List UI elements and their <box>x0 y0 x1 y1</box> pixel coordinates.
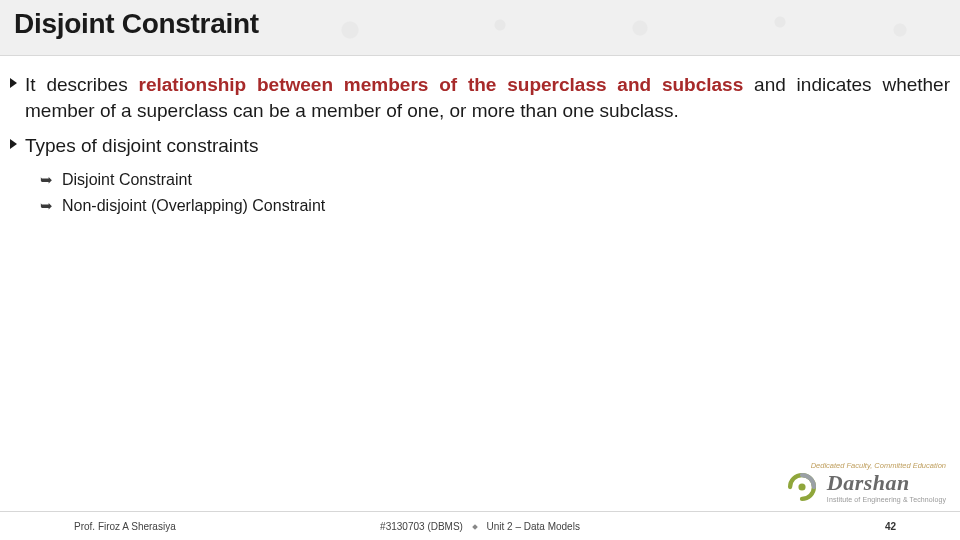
triangle-bullet-icon <box>10 78 17 88</box>
bullet-1-pre: It describes <box>25 74 139 95</box>
logo-subtitle: Institute of Engineering & Technology <box>827 496 946 503</box>
arrow-bullet-icon: ➥ <box>40 195 53 216</box>
logo-name: Darshan <box>827 472 946 494</box>
sub-bullet-1: ➥ Disjoint Constraint <box>40 169 950 191</box>
footer: Prof. Firoz A Sherasiya #3130703 (DBMS) … <box>0 512 960 540</box>
diamond-separator-icon <box>472 524 478 530</box>
footer-course: #3130703 (DBMS) <box>380 521 463 532</box>
slide: Disjoint Constraint It describes relatio… <box>0 0 960 540</box>
sub-bullet-2: ➥ Non-disjoint (Overlapping) Constraint <box>40 195 950 217</box>
logo-tagline: Dedicated Faculty, Committed Education <box>811 461 946 470</box>
bullet-item-1: It describes relationship between member… <box>10 72 950 123</box>
footer-unit: Unit 2 – Data Models <box>487 521 580 532</box>
slide-title: Disjoint Constraint <box>14 8 259 40</box>
triangle-bullet-icon <box>10 139 17 149</box>
content-area: It describes relationship between member… <box>10 72 950 218</box>
logo-mark-icon <box>785 470 819 504</box>
institute-logo: Darshan Institute of Engineering & Techn… <box>785 470 946 504</box>
arrow-bullet-icon: ➥ <box>40 169 53 190</box>
footer-center: #3130703 (DBMS) Unit 2 – Data Models <box>0 521 960 532</box>
sub-bullet-2-text: Non-disjoint (Overlapping) Constraint <box>62 195 325 217</box>
bullet-2-text: Types of disjoint constraints <box>25 133 950 159</box>
bullet-1-emphasis: relationship between members of the supe… <box>139 74 744 95</box>
sub-bullet-1-text: Disjoint Constraint <box>62 169 192 191</box>
logo-text: Darshan Institute of Engineering & Techn… <box>827 472 946 503</box>
svg-point-0 <box>798 483 805 490</box>
bullet-1-text: It describes relationship between member… <box>25 72 950 123</box>
bullet-item-2: Types of disjoint constraints <box>10 133 950 159</box>
footer-page-number: 42 <box>885 521 896 532</box>
